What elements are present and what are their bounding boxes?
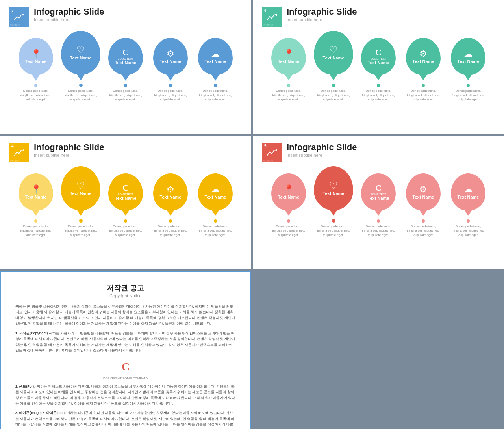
slide-4: 5 Portfolio Infographic Slide Insert sub… — [253, 136, 504, 269]
slide-2-pins: 📍 Text Name Donec pede iusto,fringilla v… — [262, 31, 495, 102]
slide-1-pin-3: C SOME TEXT Text Name Donec pede iusto,f… — [106, 38, 145, 102]
pin-g4-label: Text Name — [411, 59, 436, 64]
pin-1-dot — [34, 84, 37, 87]
c-logo-big: C — [15, 357, 236, 376]
gear-icon-4: ⚙ — [419, 184, 427, 195]
pin-y1-desc: Donec pede iusto,fringilla vel, aliquet … — [19, 224, 52, 238]
c-icon-3: C — [122, 183, 129, 193]
slide-1-pin-2: ♡ Text Name Donec pede iusto,fringilla v… — [61, 31, 100, 102]
slide-4-num-box: 5 Portfolio — [262, 143, 282, 162]
slide-4-header: 5 Portfolio Infographic Slide Insert sub… — [262, 143, 495, 162]
pin-y2-label: Text Name — [69, 191, 93, 196]
pin-g3-label: Text Name — [366, 60, 391, 65]
pin-balloon: ☁ Text Name — [198, 173, 233, 211]
pin-g3-dot — [377, 84, 380, 87]
pin-2-label: Text Name — [69, 56, 93, 61]
slide-3-subtitle: Insert subtitle here — [34, 153, 242, 158]
c-logo-sub: COPYRIGHT SOME COMPANY — [15, 376, 236, 381]
pin-balloon: ♡ Text Name — [314, 31, 353, 75]
slide-2-num-box: 4 Portfolio — [262, 7, 282, 27]
pin-balloon: ⚙ Text Name — [406, 173, 441, 211]
pin-tail — [465, 75, 472, 80]
copyright-intro-text: 귀하는 본 템플릿 사용하시기 전에 나름의 창의성 요소들을 세부사항에 대하… — [15, 305, 235, 325]
copyright-section-2: 2. 폰트(Font) 귀하는 컨텍스트 사용하시기 전에, 나름의 창의성 요… — [15, 384, 236, 407]
pin-tail — [285, 75, 292, 80]
slide-4-title: Infographic Slide — [287, 143, 495, 152]
copyright-slide: 저작권 공고 Copyright Notice 귀하는 본 템플릿 사용하시기 … — [0, 271, 251, 429]
pin-balloon: ♡ Text Name — [61, 31, 100, 75]
slide-2-pin-4: ⚙ Text Name Donec pede iusto,fringilla v… — [404, 38, 443, 102]
location-icon-2: 📍 — [284, 49, 294, 59]
pin-r5-label: Text Name — [456, 195, 481, 200]
pin-4-label: Text Name — [158, 59, 183, 64]
slide-1-title-area: Infographic Slide Insert subtitle here — [34, 7, 242, 22]
slide-3-pin-3: C SOME TEXT Text Name Donec pede iusto,f… — [106, 173, 145, 238]
slide-1-pin-1: 📍 Text Name Donec pede iusto,fringilla v… — [16, 38, 56, 102]
pin-balloon: C SOME TEXT Text Name — [361, 173, 396, 211]
chart-icon-3 — [14, 148, 25, 157]
slide-3-num-box: 4 Portfolio — [9, 143, 29, 162]
c-sub: SOME TEXT — [118, 58, 133, 60]
pin-balloon: ⚙ Text Name — [406, 38, 441, 75]
pin-y3-desc: Donec pede iusto,fringilla vel, aliquet … — [109, 224, 142, 238]
pin-balloon: ♡ Text Name — [314, 166, 353, 210]
pin-balloon: ☁ Text Name — [198, 38, 233, 75]
slide-2-pin-1: 📍 Text Name Donec pede iusto,fringilla v… — [269, 38, 308, 102]
pin-y1-dot — [34, 219, 37, 223]
slide-2-pin-5: ☁ Text Name Donec pede iusto,fringilla v… — [448, 38, 488, 102]
slide-4-pin-3: C SOME TEXT Text Name Donec pede iusto,f… — [359, 173, 398, 238]
pin-g5-dot — [467, 84, 470, 87]
slide-2: 4 Portfolio Infographic Slide Insert sub… — [253, 0, 504, 134]
pin-1-label: Text Name — [24, 59, 48, 64]
pin-g5-label: Text Name — [456, 59, 481, 64]
pin-balloon: ♡ Text Name — [61, 166, 100, 210]
copyright-section-3: 3. 아이콘(Image) & 아이콘(Icon) 귀하는 아이콘이 있다면 사… — [15, 410, 236, 429]
pin-g2-label: Text Name — [321, 56, 346, 61]
gear-icon: ⚙ — [167, 49, 174, 59]
c-sub-3: SOME TEXT — [118, 193, 133, 196]
pin-tail — [420, 210, 427, 216]
slide-1-title: Infographic Slide — [34, 7, 242, 17]
slide-1-subtitle: Insert subtitle here — [34, 17, 242, 22]
pin-tail — [122, 75, 129, 80]
pin-balloon: 📍 Text Name — [271, 38, 306, 75]
pin-tail — [77, 210, 85, 216]
slide-3-title: Infographic Slide — [34, 143, 242, 152]
pin-r1-desc: Donec pede iusto,fringilla vel, aliquet … — [272, 224, 305, 238]
slide-2-corner: Portfolio — [263, 24, 273, 26]
slide-3-title-area: Infographic Slide Insert subtitle here — [34, 143, 242, 158]
pin-tail — [167, 210, 174, 216]
heart-icon-4: ♡ — [329, 180, 338, 191]
gear-icon-3: ⚙ — [167, 184, 174, 195]
pin-5-label: Text Name — [203, 59, 228, 64]
pin-r3-dot — [377, 219, 380, 223]
pin-balloon: C SOME TEXT Text Name — [361, 38, 396, 75]
pin-g4-desc: Donec pede iusto,fringilla vel, aliquet … — [407, 89, 439, 102]
pin-2-dot — [79, 84, 83, 87]
pin-y3-label: Text Name — [113, 196, 138, 201]
slide-4-pin-1: 📍 Text Name Donec pede iusto,fringilla v… — [269, 173, 308, 238]
pin-g2-dot — [332, 84, 335, 87]
pin-tail — [212, 210, 219, 216]
slide-2-num: 4 — [264, 8, 267, 13]
pin-r3-label: Text Name — [366, 196, 391, 201]
pin-y3-dot — [124, 219, 127, 223]
c-icon-2: C — [375, 47, 382, 58]
pin-y4-dot — [169, 219, 172, 223]
pin-balloon: 📍 Text Nante — [19, 173, 53, 211]
c-sub-2: SOME TEXT — [371, 58, 386, 60]
pin-r4-desc: Donec pede iusto,fringilla vel, aliquet … — [407, 224, 439, 238]
copyright-s2-title: 2. 폰트(Font) — [15, 384, 36, 388]
heart-icon-2: ♡ — [329, 45, 338, 56]
slide-2-subtitle: Insert subtitle here — [287, 17, 495, 22]
pin-r2-dot — [332, 219, 335, 223]
slide-1-num-box: 3 Portfolio — [9, 7, 29, 27]
pin-y1-label: Text Nante — [23, 195, 48, 200]
c-sub-4: SOME TEXT — [371, 193, 386, 196]
pin-tail — [375, 210, 382, 216]
slide-4-num: 5 — [264, 144, 267, 148]
pin-y4-label: Text Name — [158, 195, 183, 200]
copyright-c-logo: C COPYRIGHT SOME COMPANY — [15, 357, 236, 381]
slide-4-title-area: Infographic Slide Insert subtitle here — [287, 143, 495, 158]
copyright-intro: 귀하는 본 템플릿 사용하시기 전에 나름의 창의성 요소들을 세부사항에 대하… — [15, 304, 236, 327]
